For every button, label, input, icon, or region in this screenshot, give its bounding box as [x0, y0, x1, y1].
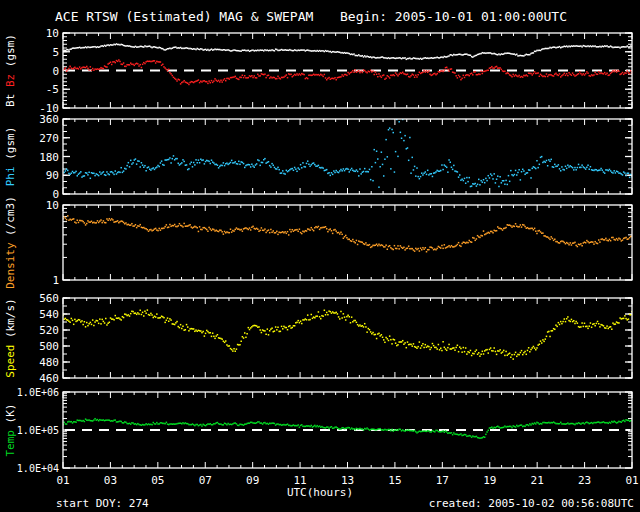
ytick-label-temp: 1.0E+04: [17, 463, 59, 474]
plot-svg: 1050-5-10Bt Bz (gsm)360270180900Phi (gsm…: [0, 0, 640, 512]
ytick-label-speed: 480: [39, 356, 59, 369]
ytick-label-phi: 90: [46, 169, 59, 182]
ytick-label-phi: 270: [39, 132, 59, 145]
begin-timestamp: Begin: 2005-10-01 01:00:00UTC: [340, 9, 567, 24]
start-doy-label: start DOY: 274: [56, 497, 149, 510]
ytick-label-phi: 360: [39, 113, 59, 126]
ytick-label-speed: 500: [39, 340, 59, 353]
ytick-label-temp: 1.0E+06: [17, 387, 59, 398]
ytick-label-temp: 1.0E+05: [17, 425, 59, 436]
ytick-label-phi: 180: [39, 151, 59, 164]
ytick-label-speed: 520: [39, 324, 59, 337]
y-axis-label-bt-bz: Bt Bz (gsm): [4, 34, 17, 107]
ytick-label-density: 10: [46, 199, 59, 212]
y-axis-label-temp: Temp (K): [4, 404, 17, 457]
y-axis-label-speed: Speed (km/s): [4, 298, 17, 377]
ytick-label-bt-bz: 10: [46, 27, 59, 40]
ytick-label-bt-bz: 5: [52, 46, 59, 59]
ytick-label-speed: 540: [39, 308, 59, 321]
y-axis-label-density: Density (/cm3): [4, 196, 17, 289]
plot-title: ACE RTSW (Estimated) MAG & SWEPAM: [55, 9, 313, 24]
y-axis-label-phi: Phi (gsm): [4, 127, 17, 187]
ytick-label-bt-bz: 0: [52, 65, 59, 78]
ace-rtsw-plot: 1050-5-10Bt Bz (gsm)360270180900Phi (gsm…: [0, 0, 640, 512]
ytick-label-bt-bz: -5: [46, 83, 59, 96]
created-timestamp: created: 2005-10-02 00:56:08UTC: [429, 497, 634, 510]
ytick-label-speed: 460: [39, 372, 59, 385]
ytick-label-speed: 560: [39, 292, 59, 305]
ytick-label-density: 1: [52, 274, 59, 287]
